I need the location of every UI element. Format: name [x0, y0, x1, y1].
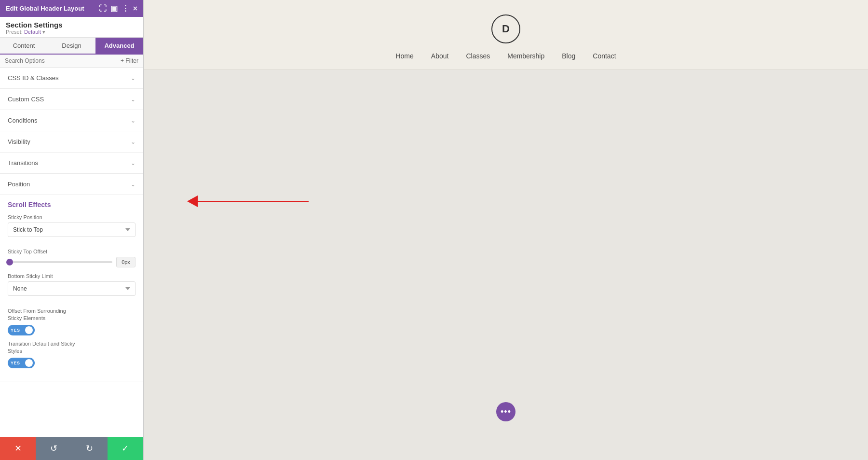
offset-toggle-switch[interactable]: YES	[8, 325, 35, 335]
accordion-item-conditions: Conditions ⌄	[0, 110, 143, 131]
cancel-button[interactable]: ✕	[0, 437, 36, 460]
accordion-item-position: Position ⌄	[0, 174, 143, 195]
tab-design[interactable]: Design	[48, 38, 95, 54]
search-input[interactable]	[5, 57, 121, 64]
offset-toggle-knob	[25, 326, 33, 334]
chevron-icon-css-id: ⌄	[131, 75, 136, 82]
bottom-sticky-limit-label: Bottom Sticky Limit	[8, 273, 136, 279]
nav-blog[interactable]: Blog	[562, 52, 575, 60]
nav-membership[interactable]: Membership	[507, 52, 544, 60]
accordion-item-custom-css: Custom CSS ⌄	[0, 89, 143, 110]
chevron-icon-position: ⌄	[131, 181, 136, 188]
section-settings-title: Section Settings	[6, 21, 137, 29]
accordion-label-conditions: Conditions	[8, 117, 37, 124]
maximize-icon[interactable]: ⛶	[99, 4, 107, 13]
accordion-item-visibility: Visibility ⌄	[0, 131, 143, 153]
filter-button[interactable]: + Filter	[121, 57, 138, 64]
sticky-position-select[interactable]: Stick to Top Stick to Bottom None	[8, 223, 136, 237]
split-icon[interactable]: ▣	[110, 4, 118, 13]
offset-toggle-label: Offset From Surrounding Sticky Elements	[8, 307, 136, 322]
scroll-effects-section: Scroll Effects Sticky Position Stick to …	[0, 195, 143, 381]
accordion-list: CSS ID & Classes ⌄ Custom CSS ⌄ Conditio…	[0, 68, 143, 437]
slider-row: 0px	[8, 257, 136, 267]
tab-advanced[interactable]: Advanced	[95, 38, 143, 54]
preset-label: Preset: Default ▾	[6, 29, 137, 35]
slider-thumb[interactable]	[6, 259, 13, 265]
arrow-line	[198, 201, 309, 202]
close-icon[interactable]: ×	[133, 4, 137, 13]
transition-toggle-switch[interactable]: YES	[8, 358, 35, 368]
accordion-header-custom-css[interactable]: Custom CSS ⌄	[0, 89, 143, 110]
undo-button[interactable]: ↺	[36, 437, 71, 460]
transition-toggle-yes-label: YES	[11, 361, 20, 365]
nav-about[interactable]: About	[431, 52, 449, 60]
accordion-header-conditions[interactable]: Conditions ⌄	[0, 110, 143, 131]
nav-contact[interactable]: Contact	[593, 52, 616, 60]
more-icon[interactable]: ⋮	[122, 4, 129, 13]
accordion-header-css-id[interactable]: CSS ID & Classes ⌄	[0, 68, 143, 88]
accordion-label-visibility: Visibility	[8, 138, 30, 145]
accordion-label-css-id: CSS ID & Classes	[8, 74, 58, 82]
chevron-icon-conditions: ⌄	[131, 117, 136, 124]
tab-content[interactable]: Content	[0, 38, 48, 54]
offset-toggle-yes-label: YES	[11, 328, 20, 333]
chevron-icon-visibility: ⌄	[131, 139, 136, 145]
sticky-top-offset-field: Sticky Top Offset 0px	[8, 249, 136, 267]
accordion-item-css-id: CSS ID & Classes ⌄	[0, 68, 143, 89]
panel-header-title: Edit Global Header Layout	[6, 5, 84, 12]
nav-home[interactable]: Home	[395, 52, 413, 60]
panel-header-icons: ⛶ ▣ ⋮ ×	[99, 4, 137, 13]
transition-toggle-row: Transition Default and Sticky Styles YES	[8, 340, 136, 368]
sticky-position-label: Sticky Position	[8, 214, 136, 220]
panel-header: Edit Global Header Layout ⛶ ▣ ⋮ ×	[0, 0, 143, 17]
accordion-label-position: Position	[8, 181, 30, 188]
slider-value[interactable]: 0px	[116, 257, 136, 267]
chevron-icon-transitions: ⌄	[131, 160, 136, 167]
preset-link[interactable]: Default	[24, 29, 41, 35]
search-bar: + Filter	[0, 55, 143, 68]
arrow-annotation	[187, 195, 309, 207]
chevron-icon-custom-css: ⌄	[131, 96, 136, 103]
accordion-header-position[interactable]: Position ⌄	[0, 174, 143, 195]
accordion-label-custom-css: Custom CSS	[8, 96, 44, 103]
accordion-header-visibility[interactable]: Visibility ⌄	[0, 131, 143, 152]
bottom-sticky-limit-select[interactable]: None Section Row Module	[8, 281, 136, 296]
accordion-header-transitions[interactable]: Transitions ⌄	[0, 153, 143, 173]
floating-dots-button[interactable]: •••	[496, 402, 515, 421]
preview-header: D Home About Classes Membership Blog Con…	[144, 0, 868, 70]
nav-classes[interactable]: Classes	[466, 52, 490, 60]
offset-toggle-row: Offset From Surrounding Sticky Elements …	[8, 307, 136, 335]
section-settings-bar: Section Settings Preset: Default ▾	[0, 17, 143, 38]
scroll-effects-title: Scroll Effects	[8, 201, 136, 209]
transition-toggle-knob	[25, 359, 33, 367]
accordion-item-transitions: Transitions ⌄	[0, 153, 143, 174]
arrow-head-icon	[187, 195, 198, 207]
redo-button[interactable]: ↻	[72, 437, 108, 460]
bottom-toolbar: ✕ ↺ ↻ ✓	[0, 437, 143, 460]
sticky-top-offset-label: Sticky Top Offset	[8, 249, 136, 254]
bottom-sticky-limit-field: Bottom Sticky Limit None Section Row Mod…	[8, 273, 136, 302]
transition-toggle-label: Transition Default and Sticky Styles	[8, 340, 136, 355]
tabs-bar: Content Design Advanced	[0, 38, 143, 55]
left-panel: Edit Global Header Layout ⛶ ▣ ⋮ × Sectio…	[0, 0, 144, 460]
save-button[interactable]: ✓	[108, 437, 143, 460]
accordion-label-transitions: Transitions	[8, 159, 38, 167]
preview-nav: Home About Classes Membership Blog Conta…	[395, 52, 616, 60]
right-canvas: D Home About Classes Membership Blog Con…	[144, 0, 868, 460]
preview-logo: D	[491, 14, 520, 43]
sticky-position-field: Sticky Position Stick to Top Stick to Bo…	[8, 214, 136, 243]
slider-track[interactable]	[8, 261, 112, 263]
